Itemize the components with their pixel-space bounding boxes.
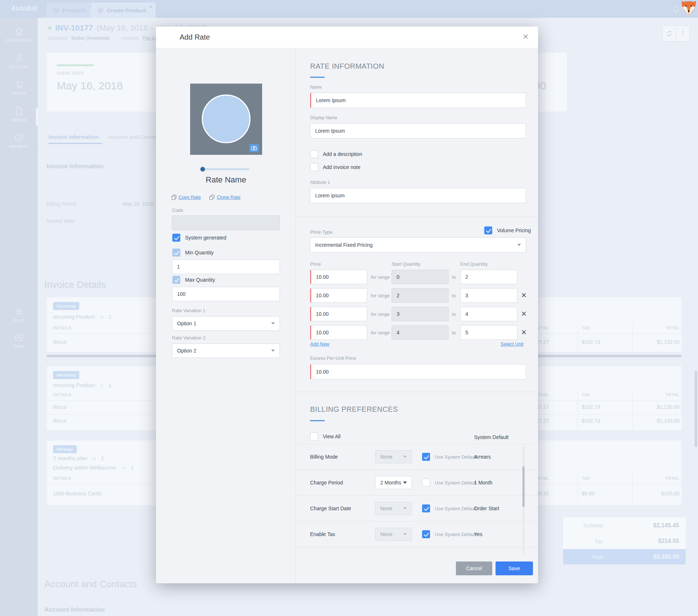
person-icon bbox=[14, 53, 24, 63]
chevron-down-icon bbox=[403, 533, 407, 535]
use-system-default-checkbox[interactable] bbox=[422, 530, 430, 538]
check-circle-icon bbox=[14, 133, 24, 142]
remove-row-icon[interactable]: ✕ bbox=[521, 310, 527, 317]
line-item-name: 1000 Business Cards bbox=[53, 491, 101, 496]
kebab-menu-button: ⋮ bbox=[676, 25, 690, 41]
scrollbar-thumb[interactable] bbox=[522, 466, 525, 507]
modal-right-panel: RATE INFORMATION Name Display Name Add a… bbox=[296, 48, 538, 583]
use-system-default-checkbox[interactable] bbox=[422, 504, 430, 512]
tab-products: Products ✕ bbox=[47, 3, 96, 18]
add-new-link[interactable]: Add New bbox=[310, 341, 329, 347]
sidebar-item-new: NEW bbox=[0, 333, 38, 349]
rate-image-placeholder bbox=[190, 84, 262, 155]
topbar: AutoBill Products ✕ Create Product ✕ bbox=[0, 0, 698, 18]
name-input[interactable] bbox=[310, 93, 526, 108]
view-all-row: View All bbox=[310, 432, 341, 440]
charge-period-select[interactable]: 2 Months bbox=[375, 476, 412, 489]
currency-value: Dollar (Australia) bbox=[71, 35, 109, 41]
cancel-button[interactable]: Cancel bbox=[456, 561, 492, 575]
end-quantity-input[interactable] bbox=[460, 325, 517, 340]
end-quantity-input[interactable] bbox=[460, 288, 517, 303]
charge-start-date-select: None bbox=[375, 502, 412, 515]
upload-photo-button[interactable] bbox=[249, 144, 259, 152]
max-quantity-input[interactable] bbox=[172, 287, 280, 301]
product-qty: 1 bbox=[109, 314, 112, 320]
rate-variation-1-select[interactable]: Option 1 bbox=[172, 316, 280, 331]
price-input[interactable] bbox=[310, 307, 367, 321]
refresh-button bbox=[662, 25, 676, 41]
user-avatar-fox bbox=[680, 0, 697, 17]
code-input bbox=[172, 216, 280, 230]
price-input[interactable] bbox=[310, 288, 367, 303]
price-type-select[interactable]: Incremental Fixed Pricing bbox=[310, 237, 526, 253]
use-system-default-checkbox[interactable] bbox=[422, 453, 430, 461]
line-item-name: Recur bbox=[53, 418, 67, 424]
vertical-scrollbar bbox=[695, 371, 697, 447]
add-invoice-note-row: Add invoice note bbox=[310, 163, 361, 171]
copy-rate-link[interactable]: Copy Rate bbox=[172, 194, 201, 200]
add-invoice-note-checkbox[interactable] bbox=[310, 163, 318, 171]
active-tab-underline bbox=[48, 143, 102, 144]
rate-name-title: Rate Name bbox=[156, 175, 296, 185]
save-button[interactable]: Save bbox=[496, 561, 533, 575]
layers-icon bbox=[53, 7, 59, 13]
system-generated-checkbox[interactable] bbox=[172, 234, 180, 242]
sidebar-item-account: ACCOUNT bbox=[0, 53, 38, 69]
use-system-default-row: Use System Default bbox=[422, 479, 477, 487]
clone-rate-link[interactable]: Clone Rate bbox=[209, 194, 240, 200]
subtotal-row: Subtotal $2,145.45 bbox=[563, 518, 686, 533]
tab-create-product: Create Product ✕ bbox=[91, 3, 156, 18]
rate-variation-2-select[interactable]: Option 2 bbox=[172, 343, 280, 358]
excess-per-unit-price-input[interactable] bbox=[310, 364, 526, 379]
use-system-default-row: Use System Default bbox=[422, 530, 477, 538]
invoice-meta: Currency: Dollar (Australia) | Account: … bbox=[48, 35, 163, 41]
image-zoom-slider[interactable] bbox=[201, 168, 249, 170]
tax-row: Tax $214.55 bbox=[563, 533, 686, 549]
tax-value: $214.55 bbox=[603, 538, 686, 544]
plus-circle-icon bbox=[14, 333, 24, 342]
total-row: Total $2,360.00 bbox=[563, 549, 686, 564]
billing-period-value: May 16, 2018 – bbox=[123, 201, 158, 207]
view-all-checkbox[interactable] bbox=[310, 432, 318, 440]
home-icon bbox=[14, 27, 24, 36]
price-input[interactable] bbox=[310, 325, 367, 340]
volume-pricing-checkbox[interactable] bbox=[484, 226, 492, 234]
chevron-down-icon bbox=[403, 507, 407, 510]
max-quantity-checkbox[interactable] bbox=[172, 276, 180, 284]
add-rate-modal: Add Rate ✕ Rate Name Copy Rate Clone Rat… bbox=[156, 27, 538, 583]
slider-handle[interactable] bbox=[200, 167, 205, 172]
sidebar-item-order: ORDER bbox=[0, 80, 38, 96]
end-quantity-input[interactable] bbox=[460, 270, 517, 284]
system-default-header: System Default bbox=[474, 434, 509, 440]
tab-invoice-information: Invoice Information bbox=[48, 134, 99, 140]
display-name-input[interactable] bbox=[310, 123, 526, 138]
select-unit-link[interactable]: Select Unit bbox=[501, 341, 524, 347]
remove-row-icon[interactable]: ✕ bbox=[521, 329, 527, 336]
product-name: 2 months plan bbox=[53, 455, 87, 461]
line-item-name: Recur bbox=[53, 404, 67, 410]
camera-icon bbox=[251, 146, 257, 150]
price-input[interactable] bbox=[310, 270, 367, 284]
add-description-checkbox[interactable] bbox=[310, 150, 318, 158]
sidebar-item-todo: TO DO bbox=[0, 307, 38, 323]
min-quantity-input[interactable] bbox=[172, 259, 280, 274]
rate-variation-1-label: Rate Variation 1 bbox=[172, 308, 205, 313]
chevron-down-icon bbox=[271, 350, 275, 352]
attribute-1-input[interactable] bbox=[310, 188, 526, 203]
start-quantity-input bbox=[392, 307, 449, 321]
end-quantity-input[interactable] bbox=[460, 307, 517, 321]
use-system-default-checkbox[interactable] bbox=[422, 479, 430, 487]
card-accent-strip bbox=[57, 64, 94, 66]
close-icon[interactable]: ✕ bbox=[522, 32, 529, 41]
start-quantity-input bbox=[392, 288, 449, 303]
app-logo: AutoBill bbox=[11, 5, 37, 12]
layers-icon bbox=[97, 7, 104, 13]
modal-header: Add Rate ✕ bbox=[156, 27, 538, 48]
min-quantity-checkbox[interactable] bbox=[172, 249, 180, 257]
sidebar-item-invoice: INVOICE bbox=[0, 106, 38, 122]
remove-row-icon[interactable]: ✕ bbox=[521, 292, 527, 299]
volume-pricing-row: Volume Pricing bbox=[484, 226, 531, 234]
preferences-scrollbar[interactable] bbox=[522, 446, 525, 553]
clone-icon bbox=[209, 195, 214, 200]
invoice-document-icon bbox=[14, 106, 24, 116]
